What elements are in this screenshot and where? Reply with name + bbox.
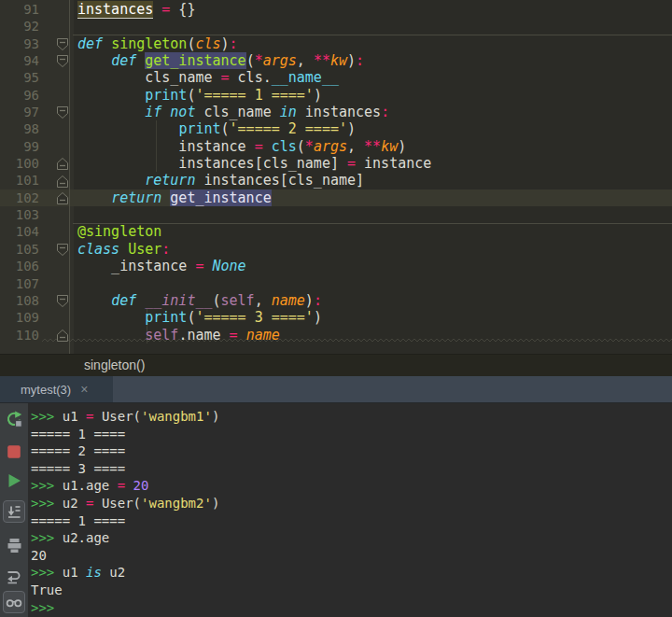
print-button[interactable] (0, 538, 28, 554)
code-token: ** (364, 138, 381, 155)
line-number[interactable]: 102 (0, 189, 39, 206)
show-variables-button[interactable] (0, 591, 28, 613)
code-token: u1.age (63, 478, 118, 493)
code-token: User( (93, 409, 141, 424)
code-token: >>> (31, 565, 63, 580)
code-line[interactable]: return instances[cls_name] (77, 172, 431, 189)
fold-end-icon[interactable] (56, 175, 69, 189)
fold-collapse-icon[interactable] (56, 37, 69, 51)
line-number[interactable]: 92 (0, 18, 39, 35)
code-token: '===== 3 ====' (195, 309, 313, 326)
code-token: return (145, 172, 195, 189)
code-token (203, 258, 212, 274)
active-toggle-frame (3, 591, 25, 613)
fold-end-icon[interactable] (56, 191, 69, 205)
console-input-line[interactable]: >>> u1 = User('wangbm1') (31, 408, 219, 426)
line-number[interactable]: 95 (0, 69, 39, 86)
fold-collapse-icon[interactable] (56, 294, 69, 308)
code-token (161, 104, 170, 120)
code-token: >>> (31, 496, 63, 511)
line-number[interactable]: 94 (0, 52, 39, 69)
soft-wrap-button[interactable] (0, 568, 28, 584)
code-line[interactable]: print('===== 2 ====') (77, 120, 431, 137)
fold-end-icon[interactable] (56, 157, 69, 171)
stop-button[interactable] (0, 443, 28, 460)
fold-collapse-icon[interactable] (56, 243, 69, 257)
line-number[interactable]: 93 (0, 35, 39, 52)
line-number[interactable]: 91 (0, 1, 39, 18)
code-token: .name (178, 327, 229, 344)
console-input-line[interactable]: >>> u1.age = 20 (31, 477, 219, 495)
code-line[interactable]: instances[cls_name] = instance (77, 155, 431, 172)
breadcrumb[interactable]: singleton() (84, 355, 145, 376)
code-token: >>> (31, 530, 63, 545)
console-input-line[interactable]: >>> u2 = User('wangbm2') (31, 495, 219, 512)
rerun-button[interactable] (0, 411, 28, 428)
code-line[interactable]: def get_instance(*args, **kw): (77, 52, 431, 69)
line-number[interactable]: 104 (0, 223, 39, 240)
code-token: name (246, 327, 280, 344)
code-token: : (161, 241, 170, 258)
code-token: ===== 1 ==== (31, 513, 125, 528)
code-line[interactable]: def __init__(self, name): (77, 292, 431, 309)
close-icon[interactable]: × (80, 383, 88, 396)
fold-end-icon[interactable] (56, 329, 69, 343)
code-token: ) (212, 409, 219, 424)
line-number[interactable]: 110 (0, 327, 39, 344)
code-token: instances[cls_name] (195, 172, 364, 189)
code-line[interactable]: def singleton(cls): (77, 35, 431, 52)
console-input-line[interactable]: >>> u2.age (31, 529, 219, 547)
code-editor[interactable]: 9192939495969798991001011021031041051061… (0, 0, 672, 354)
code-line[interactable]: class User: (77, 241, 431, 258)
line-number[interactable]: 97 (0, 104, 39, 120)
console-output[interactable]: >>> u1 = User('wangbm1')===== 1 ========… (31, 408, 219, 616)
code-token: self (221, 292, 255, 309)
code-line[interactable]: self.name = name (77, 327, 431, 344)
run-button[interactable] (0, 472, 28, 489)
line-number[interactable]: 107 (0, 275, 39, 292)
code-token: , (347, 138, 364, 155)
code-line[interactable] (77, 206, 431, 223)
console-input-line[interactable]: >>> (31, 599, 219, 617)
python-console[interactable]: >>> u1 = User('wangbm1')===== 1 ========… (0, 403, 672, 617)
fold-collapse-icon[interactable] (56, 54, 69, 68)
line-number[interactable]: 106 (0, 258, 39, 274)
code-line[interactable] (77, 18, 431, 35)
line-number[interactable]: 98 (0, 120, 39, 137)
line-number[interactable]: 96 (0, 87, 39, 104)
code-token: u2 (102, 565, 125, 580)
code-token (136, 292, 145, 309)
line-number[interactable]: 99 (0, 138, 39, 155)
line-number[interactable]: 105 (0, 241, 39, 258)
code-line[interactable]: print('===== 1 ====') (77, 87, 431, 104)
code-line[interactable]: instances = {} (77, 1, 431, 18)
code-token (161, 189, 170, 206)
code-token: ===== 3 ==== (31, 461, 125, 476)
console-input-line[interactable]: >>> u1 is u2 (31, 564, 219, 582)
code-token: '===== 2 ====' (230, 120, 347, 137)
tab-console-mytest[interactable]: mytest(3) × (0, 376, 113, 402)
code-token: = (221, 69, 230, 86)
fold-collapse-icon[interactable] (56, 105, 69, 119)
line-number[interactable]: 100 (0, 155, 39, 172)
line-number[interactable]: 103 (0, 206, 39, 223)
code-token: instances (297, 104, 381, 120)
line-number[interactable]: 101 (0, 172, 39, 189)
line-number[interactable]: 109 (0, 309, 39, 326)
code-line[interactable]: @singleton (77, 223, 431, 240)
code-line[interactable]: print('===== 3 ====') (77, 309, 431, 326)
code-token: = (255, 138, 263, 155)
code-line[interactable]: cls_name = cls.__name__ (77, 69, 431, 86)
code-area[interactable]: instances = {}def singleton(cls): def ge… (77, 1, 431, 344)
code-token: = (230, 327, 238, 344)
code-line[interactable]: instance = cls(*args, **kw) (77, 138, 431, 155)
code-line[interactable]: if not cls_name in instances: (77, 104, 431, 120)
code-line[interactable]: _instance = None (77, 258, 431, 274)
code-token: = (347, 155, 356, 172)
line-number[interactable]: 108 (0, 292, 39, 309)
scroll-to-end-button[interactable] (0, 500, 28, 523)
code-line[interactable]: return get_instance (77, 189, 431, 206)
fold-guide-line (69, 0, 70, 354)
code-line[interactable] (77, 275, 431, 292)
console-output-line: ===== 1 ==== (31, 426, 219, 443)
